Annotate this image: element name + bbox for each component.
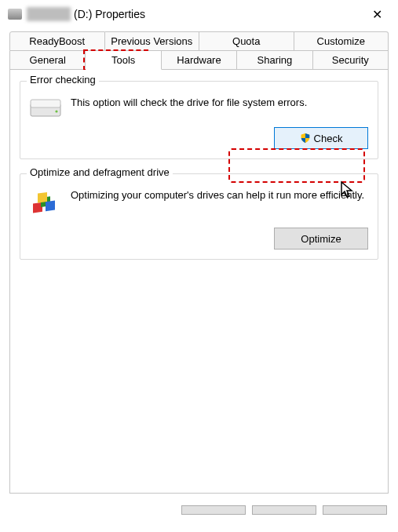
tab-previous-versions[interactable]: Previous Versions	[105, 31, 200, 51]
tab-customize[interactable]: Customize	[294, 31, 389, 51]
titlebar: (D:) Properties ✕	[0, 0, 398, 28]
tab-sharing[interactable]: Sharing	[237, 51, 312, 70]
error-checking-description: This option will check the drive for fil…	[71, 96, 368, 110]
close-button[interactable]: ✕	[360, 2, 393, 26]
ok-button[interactable]	[181, 505, 246, 515]
svg-point-2	[55, 110, 57, 112]
apply-button[interactable]	[323, 505, 387, 515]
group-title-defragment: Optimize and defragment drive	[27, 166, 173, 178]
window-title: (D:) Properties	[74, 8, 145, 20]
svg-rect-5	[38, 192, 47, 203]
dialog-body: ReadyBoost Previous Versions Quota Custo…	[0, 28, 398, 501]
tab-readyboost[interactable]: ReadyBoost	[9, 31, 105, 51]
group-defragment: Optimize and defragment drive Optimizing…	[20, 173, 378, 260]
uac-shield-icon	[300, 133, 311, 144]
group-error-checking: Error checking This option will check th…	[20, 81, 378, 159]
tab-strip: ReadyBoost Previous Versions Quota Custo…	[9, 31, 389, 70]
tab-hardware[interactable]: Hardware	[162, 51, 237, 70]
tab-quota[interactable]: Quota	[199, 31, 294, 51]
tab-general[interactable]: General	[9, 51, 86, 70]
harddrive-icon	[30, 97, 61, 119]
svg-rect-1	[31, 100, 60, 107]
close-icon: ✕	[372, 7, 382, 22]
defragment-icon	[30, 188, 61, 220]
tab-panel-tools: Error checking This option will check th…	[9, 70, 389, 494]
svg-rect-6	[46, 201, 55, 212]
properties-dialog: (D:) Properties ✕ ReadyBoost Previous Ve…	[0, 0, 398, 532]
optimize-button-label: Optimize	[301, 233, 341, 245]
dialog-buttons	[0, 505, 398, 532]
defragment-description: Optimizing your computer's drives can he…	[71, 188, 368, 202]
group-title-error-checking: Error checking	[27, 74, 99, 86]
check-button[interactable]: Check	[274, 127, 368, 149]
drive-icon	[8, 9, 22, 20]
tab-security[interactable]: Security	[313, 51, 389, 70]
cancel-button[interactable]	[252, 505, 316, 515]
optimize-button[interactable]: Optimize	[274, 228, 368, 250]
obscured-volume-label	[27, 7, 71, 21]
check-button-label: Check	[314, 133, 343, 144]
tab-tools[interactable]: Tools	[86, 51, 161, 70]
